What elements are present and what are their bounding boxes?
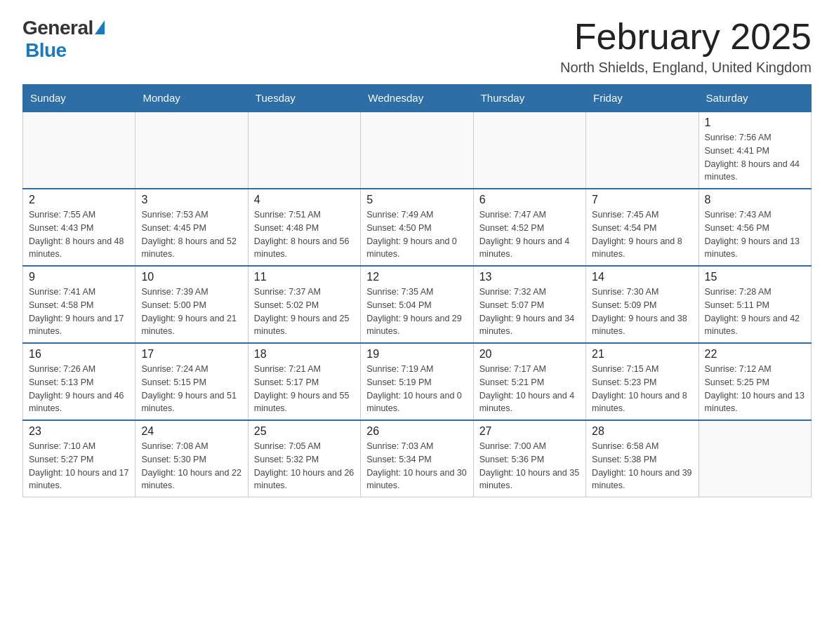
day-number: 20 — [479, 348, 580, 361]
day-number: 10 — [141, 271, 241, 283]
header-monday: Monday — [135, 85, 248, 112]
day-number: 21 — [592, 348, 692, 361]
calendar-cell: 18Sunrise: 7:21 AMSunset: 5:17 PMDayligh… — [248, 343, 360, 420]
day-number: 28 — [592, 425, 692, 438]
day-info: Sunrise: 7:21 AMSunset: 5:17 PMDaylight:… — [254, 363, 355, 415]
day-info: Sunrise: 7:12 AMSunset: 5:25 PMDaylight:… — [705, 363, 805, 415]
logo-triangle-icon — [95, 20, 105, 34]
week-row-3: 16Sunrise: 7:26 AMSunset: 5:13 PMDayligh… — [23, 343, 812, 420]
day-number: 16 — [29, 348, 129, 361]
calendar-cell: 4Sunrise: 7:51 AMSunset: 4:48 PMDaylight… — [248, 189, 360, 266]
calendar-cell: 17Sunrise: 7:24 AMSunset: 5:15 PMDayligh… — [135, 343, 248, 420]
header-thursday: Thursday — [473, 85, 585, 112]
calendar-cell: 22Sunrise: 7:12 AMSunset: 5:25 PMDayligh… — [699, 343, 811, 420]
header-saturday: Saturday — [699, 85, 811, 112]
day-info: Sunrise: 7:45 AMSunset: 4:54 PMDaylight:… — [592, 208, 692, 261]
calendar-cell: 10Sunrise: 7:39 AMSunset: 5:00 PMDayligh… — [135, 266, 248, 343]
calendar-cell: 20Sunrise: 7:17 AMSunset: 5:21 PMDayligh… — [473, 343, 585, 420]
header-friday: Friday — [586, 85, 699, 112]
week-row-0: 1Sunrise: 7:56 AMSunset: 4:41 PMDaylight… — [23, 112, 812, 189]
calendar-cell: 26Sunrise: 7:03 AMSunset: 5:34 PMDayligh… — [361, 420, 473, 497]
day-info: Sunrise: 7:05 AMSunset: 5:32 PMDaylight:… — [254, 440, 355, 492]
calendar-cell: 11Sunrise: 7:37 AMSunset: 5:02 PMDayligh… — [248, 266, 360, 343]
day-number: 6 — [479, 194, 580, 206]
week-row-4: 23Sunrise: 7:10 AMSunset: 5:27 PMDayligh… — [23, 420, 812, 497]
weekday-header-row: Sunday Monday Tuesday Wednesday Thursday… — [23, 85, 812, 112]
day-number: 26 — [366, 425, 467, 438]
calendar-cell: 19Sunrise: 7:19 AMSunset: 5:19 PMDayligh… — [361, 343, 473, 420]
week-row-1: 2Sunrise: 7:55 AMSunset: 4:43 PMDaylight… — [23, 189, 812, 266]
calendar-cell: 14Sunrise: 7:30 AMSunset: 5:09 PMDayligh… — [586, 266, 699, 343]
day-info: Sunrise: 7:28 AMSunset: 5:11 PMDaylight:… — [705, 286, 805, 338]
calendar-cell — [23, 112, 135, 189]
day-info: Sunrise: 6:58 AMSunset: 5:38 PMDaylight:… — [592, 440, 692, 492]
calendar-cell — [586, 112, 699, 189]
calendar-cell: 24Sunrise: 7:08 AMSunset: 5:30 PMDayligh… — [135, 420, 248, 497]
day-info: Sunrise: 7:43 AMSunset: 4:56 PMDaylight:… — [705, 208, 805, 261]
day-number: 5 — [366, 194, 467, 206]
day-number: 15 — [705, 271, 805, 283]
day-info: Sunrise: 7:51 AMSunset: 4:48 PMDaylight:… — [254, 208, 355, 261]
day-info: Sunrise: 7:49 AMSunset: 4:50 PMDaylight:… — [366, 208, 467, 261]
logo-blue-text: Blue — [25, 39, 67, 62]
day-number: 2 — [29, 194, 129, 206]
day-info: Sunrise: 7:41 AMSunset: 4:58 PMDaylight:… — [29, 286, 129, 338]
day-info: Sunrise: 7:10 AMSunset: 5:27 PMDaylight:… — [29, 440, 129, 492]
day-number: 25 — [254, 425, 355, 438]
calendar-cell: 6Sunrise: 7:47 AMSunset: 4:52 PMDaylight… — [473, 189, 585, 266]
day-info: Sunrise: 7:32 AMSunset: 5:07 PMDaylight:… — [479, 286, 580, 338]
day-number: 24 — [141, 425, 241, 438]
day-info: Sunrise: 7:15 AMSunset: 5:23 PMDaylight:… — [592, 363, 692, 415]
day-number: 22 — [705, 348, 805, 361]
title-section: February 2025 North Shields, England, Un… — [560, 17, 812, 76]
calendar-cell: 7Sunrise: 7:45 AMSunset: 4:54 PMDaylight… — [586, 189, 699, 266]
day-number: 18 — [254, 348, 355, 361]
day-number: 7 — [592, 194, 692, 206]
calendar-cell: 3Sunrise: 7:53 AMSunset: 4:45 PMDaylight… — [135, 189, 248, 266]
calendar-cell: 16Sunrise: 7:26 AMSunset: 5:13 PMDayligh… — [23, 343, 135, 420]
day-info: Sunrise: 7:53 AMSunset: 4:45 PMDaylight:… — [141, 208, 241, 261]
day-info: Sunrise: 7:56 AMSunset: 4:41 PMDaylight:… — [705, 131, 805, 184]
logo-general-text: General — [22, 17, 93, 39]
day-number: 3 — [141, 194, 241, 206]
day-info: Sunrise: 7:24 AMSunset: 5:15 PMDaylight:… — [141, 363, 241, 415]
day-info: Sunrise: 7:26 AMSunset: 5:13 PMDaylight:… — [29, 363, 129, 415]
day-info: Sunrise: 7:00 AMSunset: 5:36 PMDaylight:… — [479, 440, 580, 492]
calendar-cell: 15Sunrise: 7:28 AMSunset: 5:11 PMDayligh… — [699, 266, 811, 343]
day-info: Sunrise: 7:03 AMSunset: 5:34 PMDaylight:… — [366, 440, 467, 492]
calendar-cell — [473, 112, 585, 189]
logo: General Blue — [22, 17, 105, 62]
day-number: 11 — [254, 271, 355, 283]
day-info: Sunrise: 7:35 AMSunset: 5:04 PMDaylight:… — [366, 286, 467, 338]
calendar-cell — [135, 112, 248, 189]
calendar-cell: 28Sunrise: 6:58 AMSunset: 5:38 PMDayligh… — [586, 420, 699, 497]
calendar-cell — [699, 420, 811, 497]
header-wednesday: Wednesday — [361, 85, 473, 112]
month-title: February 2025 — [560, 17, 812, 57]
page-header: General Blue February 2025 North Shields… — [22, 17, 812, 76]
day-info: Sunrise: 7:08 AMSunset: 5:30 PMDaylight:… — [141, 440, 241, 492]
day-number: 14 — [592, 271, 692, 283]
day-info: Sunrise: 7:47 AMSunset: 4:52 PMDaylight:… — [479, 208, 580, 261]
day-info: Sunrise: 7:19 AMSunset: 5:19 PMDaylight:… — [366, 363, 467, 415]
day-info: Sunrise: 7:55 AMSunset: 4:43 PMDaylight:… — [29, 208, 129, 261]
calendar-cell: 13Sunrise: 7:32 AMSunset: 5:07 PMDayligh… — [473, 266, 585, 343]
calendar-cell: 2Sunrise: 7:55 AMSunset: 4:43 PMDaylight… — [23, 189, 135, 266]
calendar-cell — [248, 112, 360, 189]
calendar-cell: 25Sunrise: 7:05 AMSunset: 5:32 PMDayligh… — [248, 420, 360, 497]
header-sunday: Sunday — [23, 85, 135, 112]
calendar-cell: 23Sunrise: 7:10 AMSunset: 5:27 PMDayligh… — [23, 420, 135, 497]
day-info: Sunrise: 7:30 AMSunset: 5:09 PMDaylight:… — [592, 286, 692, 338]
calendar-cell: 8Sunrise: 7:43 AMSunset: 4:56 PMDaylight… — [699, 189, 811, 266]
day-number: 13 — [479, 271, 580, 283]
day-info: Sunrise: 7:39 AMSunset: 5:00 PMDaylight:… — [141, 286, 241, 338]
calendar-cell: 12Sunrise: 7:35 AMSunset: 5:04 PMDayligh… — [361, 266, 473, 343]
day-number: 27 — [479, 425, 580, 438]
day-number: 17 — [141, 348, 241, 361]
day-number: 4 — [254, 194, 355, 206]
calendar-cell: 5Sunrise: 7:49 AMSunset: 4:50 PMDaylight… — [361, 189, 473, 266]
calendar-cell: 1Sunrise: 7:56 AMSunset: 4:41 PMDaylight… — [699, 112, 811, 189]
calendar-cell: 21Sunrise: 7:15 AMSunset: 5:23 PMDayligh… — [586, 343, 699, 420]
week-row-2: 9Sunrise: 7:41 AMSunset: 4:58 PMDaylight… — [23, 266, 812, 343]
day-number: 12 — [366, 271, 467, 283]
